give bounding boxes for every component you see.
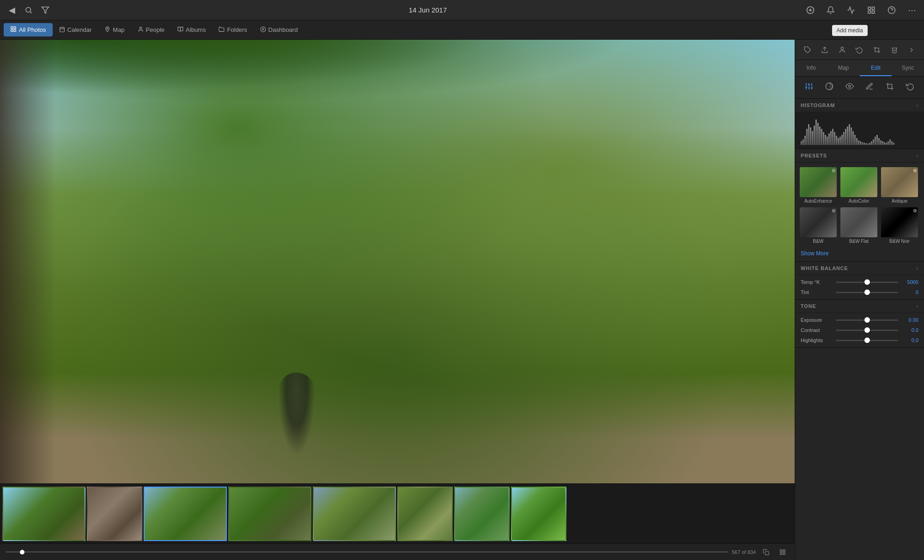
presets-chevron: ‹ [917, 153, 918, 158]
hist-bar [888, 141, 889, 145]
exposure-thumb[interactable] [864, 317, 870, 323]
tag-button[interactable] [800, 44, 815, 55]
preset-bw-flat[interactable]: B&W Flat [839, 206, 878, 245]
back-button[interactable]: ◀ [6, 4, 18, 17]
preset-gear-bwnoir-icon: ⚙ [913, 208, 917, 213]
nav-item-people[interactable]: People [131, 24, 171, 36]
nav-item-dashboard[interactable]: Dashboard [254, 24, 304, 36]
hist-bar [854, 135, 856, 145]
preset-gear-icon: ⚙ [832, 168, 836, 173]
highlights-thumb[interactable] [864, 337, 870, 343]
timeline-slider[interactable] [6, 551, 728, 553]
hist-bar [843, 132, 845, 145]
panel-tabs: Info Map Edit Sync [795, 60, 924, 77]
edit-tool-pen[interactable] [862, 80, 877, 95]
temp-track[interactable] [836, 282, 898, 283]
highlights-track[interactable] [836, 340, 898, 341]
main-image-container[interactable] [0, 40, 795, 483]
nav-item-albums[interactable]: Albums [171, 24, 212, 36]
panel-top-icons [795, 40, 924, 60]
white-balance-header[interactable]: WHITE BALANCE ‹ [795, 262, 924, 275]
photo-area: 567 of 834 [0, 40, 795, 560]
nav-item-folders[interactable]: Folders [212, 24, 253, 36]
edit-tool-crop[interactable] [882, 80, 898, 95]
face-button[interactable] [835, 44, 850, 55]
presets-header[interactable]: PRESETS ‹ [795, 149, 924, 163]
copy-button[interactable] [760, 546, 772, 559]
help-button[interactable] [885, 4, 898, 17]
hist-bar [886, 143, 887, 145]
delete-button[interactable] [887, 44, 902, 55]
rotate-button[interactable] [852, 44, 867, 55]
hist-bar [863, 143, 865, 145]
add-media-button[interactable] [804, 4, 817, 17]
tab-info[interactable]: Info [795, 60, 827, 76]
preset-antique[interactable]: ⚙ Antique [880, 166, 919, 205]
preset-auto-enhance[interactable]: ⚙ AutoEnhance [799, 166, 838, 205]
histogram-area [795, 112, 924, 149]
hist-bar [873, 139, 874, 145]
filmstrip-item-2[interactable] [87, 487, 142, 541]
highlights-value: 0.0 [902, 337, 918, 343]
preset-label-auto-enhance: AutoEnhance [804, 199, 832, 204]
nav-item-all-photos[interactable]: All Photos [4, 23, 53, 36]
temp-label: Temp °K [801, 279, 832, 285]
right-panel: Info Map Edit Sync [795, 40, 924, 560]
show-more-button[interactable]: Show More [795, 248, 834, 261]
histogram-header[interactable]: HISTOGRAM ‹ [795, 99, 924, 112]
foliage-overlay [0, 40, 795, 132]
hist-bar [804, 136, 806, 145]
filmstrip-item-4[interactable] [228, 487, 311, 541]
contrast-thumb[interactable] [864, 327, 870, 333]
tab-edit[interactable]: Edit [860, 60, 892, 76]
filmstrip-item-3[interactable] [144, 487, 227, 541]
nav-map-label: Map [113, 26, 124, 33]
preset-bw-noir[interactable]: ⚙ B&W Noir [880, 206, 919, 245]
temp-thumb[interactable] [864, 279, 870, 285]
tone-header[interactable]: TONE ‹ [795, 300, 924, 313]
hist-bar [801, 141, 802, 145]
more-button[interactable]: ⋯ [906, 4, 918, 17]
grid-view-button[interactable] [776, 546, 789, 559]
filmstrip-item-8[interactable] [511, 487, 566, 541]
exposure-track[interactable] [836, 319, 898, 321]
highlights-row: Highlights 0.0 [795, 335, 924, 345]
more-panel-button[interactable] [904, 44, 919, 55]
exposure-row: Exposure 0.00 [795, 315, 924, 325]
activity-button[interactable] [845, 4, 857, 17]
preset-label-antique: Antique [892, 199, 907, 204]
notifications-button[interactable] [824, 4, 837, 17]
tab-map[interactable]: Map [827, 60, 860, 76]
edit-tool-history[interactable] [902, 80, 918, 95]
tab-sync[interactable]: Sync [892, 60, 924, 76]
search-button[interactable] [22, 4, 35, 17]
tint-track[interactable] [836, 292, 898, 293]
all-photos-icon [10, 26, 17, 34]
contrast-track[interactable] [836, 330, 898, 331]
multiwindow-button[interactable] [865, 4, 878, 17]
share-button[interactable] [817, 44, 832, 55]
edit-tool-view[interactable] [842, 80, 857, 95]
histogram-label: HISTOGRAM [801, 102, 835, 108]
svg-rect-28 [783, 553, 785, 554]
nav-albums-label: Albums [186, 26, 206, 33]
hist-bar [812, 131, 813, 145]
crop-panel-button[interactable] [869, 44, 884, 55]
preset-thumb-antique: ⚙ [881, 167, 918, 197]
tint-thumb[interactable] [864, 289, 870, 295]
nav-item-map[interactable]: Map [98, 24, 131, 36]
edit-tool-color[interactable] [821, 80, 837, 95]
preset-bw[interactable]: ⚙ B&W [799, 206, 838, 245]
filmstrip-item-6[interactable] [397, 487, 453, 541]
edit-tool-adjust[interactable] [801, 80, 817, 95]
hist-bar [869, 143, 870, 145]
filmstrip-item-5[interactable] [313, 487, 396, 541]
presets-label: PRESETS [801, 153, 827, 158]
filmstrip-item-1[interactable] [2, 487, 85, 541]
filmstrip-item-7[interactable] [454, 487, 510, 541]
preset-auto-color[interactable]: AutoColor [839, 166, 878, 205]
presets-grid: ⚙ AutoEnhance AutoColor ⚙ Antique [795, 163, 924, 248]
filter-button[interactable] [39, 4, 52, 17]
nav-item-calendar[interactable]: Calendar [53, 24, 98, 36]
hist-bar [819, 126, 821, 145]
